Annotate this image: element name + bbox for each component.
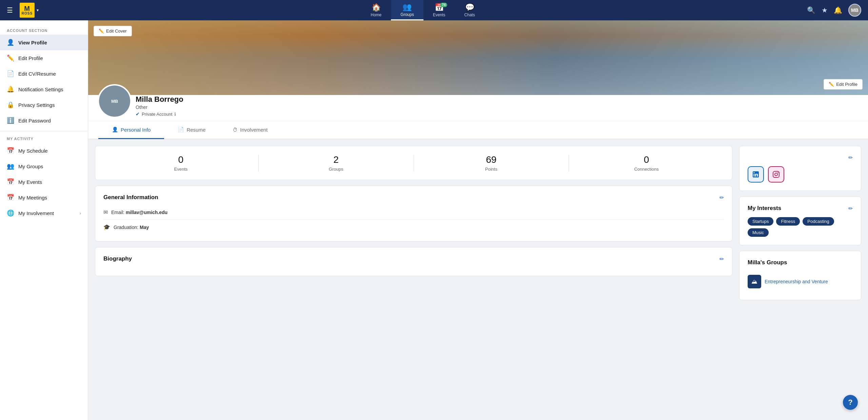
stat-events-label: Events [103, 167, 258, 172]
milla-groups-card: Milla's Groups ⛰ Entrepreneurship and Ve… [739, 251, 861, 300]
tab-involvement[interactable]: ⏱ Involvement [219, 121, 281, 139]
events-badge: 74 [440, 3, 447, 7]
group-link[interactable]: Entrepreneurship and Venture [765, 279, 828, 284]
interest-tag-podcasting[interactable]: Podcasting [803, 217, 834, 226]
profile-role: Other [136, 104, 183, 110]
user-avatar[interactable]: MB [848, 4, 861, 17]
sidebar-item-my-involvement[interactable]: 🌐 My Involvement › [0, 205, 88, 221]
interest-tag-music[interactable]: Music [748, 228, 769, 237]
right-column: ✏ My Interests ✏ [739, 146, 861, 306]
private-check-icon: ✔ [136, 111, 140, 117]
interest-tag-fitness[interactable]: Fitness [776, 217, 800, 226]
my-schedule-label: My Schedule [18, 148, 48, 154]
sidebar-item-notification-settings[interactable]: 🔔 Notification Settings [0, 81, 88, 97]
tab-resume[interactable]: 📄 Resume [164, 121, 219, 139]
biography-header: Biography ✏ [103, 255, 724, 262]
bell-icon[interactable]: 🔔 [834, 6, 842, 14]
view-profile-icon: 👤 [7, 39, 14, 46]
nav-groups[interactable]: 👥 Groups [391, 0, 423, 20]
graduation-row: 🎓 Graduation: May [103, 221, 724, 233]
account-section-label: ACCOUNT SECTION [0, 26, 88, 35]
chats-icon: 💬 [465, 3, 474, 12]
info-divider [103, 219, 724, 220]
stats-row: 0 Events 2 Groups 69 Points [103, 154, 724, 172]
profile-tabs: 👤 Personal Info 📄 Resume ⏱ Involvement [88, 121, 868, 139]
private-info-icon[interactable]: ℹ [174, 112, 176, 117]
email-value: millav@umich.edu [126, 210, 167, 215]
my-involvement-label: My Involvement [18, 210, 54, 216]
search-icon[interactable]: 🔍 [807, 6, 815, 14]
sidebar-item-view-profile[interactable]: 👤 View Profile [0, 35, 88, 50]
sidebar-divider [0, 131, 88, 131]
stat-points: 69 Points [414, 154, 569, 172]
cover-area: ✏️ Edit Cover ✏️ Edit Profile [88, 20, 868, 95]
general-info-edit-button[interactable]: ✏ [719, 194, 724, 201]
nav-groups-label: Groups [400, 12, 414, 17]
tab-personal-info[interactable]: 👤 Personal Info [98, 121, 164, 139]
interest-tag-startups[interactable]: Startups [748, 217, 773, 226]
group-item: ⛰ Entrepreneurship and Venture [748, 271, 853, 292]
instagram-icon[interactable] [768, 166, 784, 183]
sidebar-item-my-meetings[interactable]: 📅 My Meetings [0, 190, 88, 205]
sidebar-item-edit-password[interactable]: ℹ️ Edit Password [0, 113, 88, 128]
my-schedule-icon: 📅 [7, 147, 14, 154]
edit-profile-cover-button[interactable]: ✏️ Edit Profile [824, 79, 863, 90]
linkedin-icon[interactable] [748, 166, 764, 183]
stat-connections: 0 Connections [569, 154, 724, 172]
page-layout: ACCOUNT SECTION 👤 View Profile ✏️ Edit P… [0, 20, 868, 420]
stat-groups-value: 2 [259, 154, 414, 165]
stat-points-value: 69 [414, 154, 569, 165]
stat-groups: 2 Groups [259, 154, 414, 172]
logo[interactable]: M ROSS ▾ [20, 3, 39, 18]
view-profile-label: View Profile [18, 40, 47, 45]
involvement-tab-icon: ⏱ [233, 127, 238, 133]
profile-header: MB Milla Borrego Other ✔ Private Account… [88, 95, 868, 121]
nav-events[interactable]: 📅 74 Events [423, 0, 455, 20]
stats-card: 0 Events 2 Groups 69 Points [95, 146, 732, 180]
sidebar: ACCOUNT SECTION 👤 View Profile ✏️ Edit P… [0, 20, 88, 420]
my-meetings-label: My Meetings [18, 195, 47, 201]
interests-edit-button[interactable]: ✏ [848, 205, 853, 212]
my-events-label: My Events [18, 179, 42, 185]
stat-connections-label: Connections [569, 167, 724, 172]
sidebar-item-edit-cv[interactable]: 📄 Edit CV/Resume [0, 66, 88, 81]
personal-info-tab-icon: 👤 [112, 127, 118, 133]
social-edit-button[interactable]: ✏ [848, 154, 853, 161]
sidebar-item-my-groups[interactable]: 👥 My Groups [0, 158, 88, 174]
edit-password-icon: ℹ️ [7, 117, 14, 124]
logo-m: M ROSS [20, 3, 35, 18]
star-icon[interactable]: ★ [822, 6, 828, 14]
help-button[interactable]: ? [843, 395, 858, 410]
nav-chats[interactable]: 💬 Chats [455, 0, 484, 20]
edit-profile-cover-icon: ✏️ [829, 82, 834, 87]
sidebar-item-edit-profile[interactable]: ✏️ Edit Profile [0, 50, 88, 66]
groups-title: Milla's Groups [748, 259, 787, 266]
edit-cv-label: Edit CV/Resume [18, 71, 56, 77]
resume-tab-icon: 📄 [178, 127, 184, 133]
social-card: ✏ [739, 146, 861, 191]
biography-edit-button[interactable]: ✏ [719, 256, 724, 262]
edit-cover-label: Edit Cover [106, 28, 127, 34]
avatar-initials: MB [851, 7, 859, 13]
edit-cover-icon: ✏️ [99, 28, 104, 34]
sidebar-item-my-events[interactable]: 📅 My Events [0, 174, 88, 190]
email-icon: ✉ [103, 209, 108, 215]
help-icon: ? [848, 398, 852, 407]
my-groups-label: My Groups [18, 164, 43, 169]
cover-overlay [88, 20, 868, 95]
nav-home[interactable]: 🏠 Home [361, 0, 391, 20]
my-meetings-icon: 📅 [7, 194, 14, 201]
sidebar-item-my-schedule[interactable]: 📅 My Schedule [0, 143, 88, 158]
hamburger-menu[interactable]: ☰ [7, 6, 13, 14]
sidebar-item-privacy-settings[interactable]: 🔒 Privacy Settings [0, 97, 88, 113]
notification-settings-label: Notification Settings [18, 87, 63, 92]
main-content: ✏️ Edit Cover ✏️ Edit Profile MB Milla B… [88, 20, 868, 420]
involvement-tab-label: Involvement [240, 127, 268, 133]
social-header: ✏ [748, 154, 853, 161]
edit-cover-button[interactable]: ✏️ Edit Cover [94, 26, 132, 36]
stat-points-label: Points [414, 167, 569, 172]
privacy-settings-label: Privacy Settings [18, 102, 55, 108]
interests-card: My Interests ✏ Startups Fitness Podcasti… [739, 196, 861, 245]
email-label: Email: millav@umich.edu [111, 210, 167, 215]
general-info-card: General Information ✏ ✉ Email: millav@um… [95, 186, 732, 242]
